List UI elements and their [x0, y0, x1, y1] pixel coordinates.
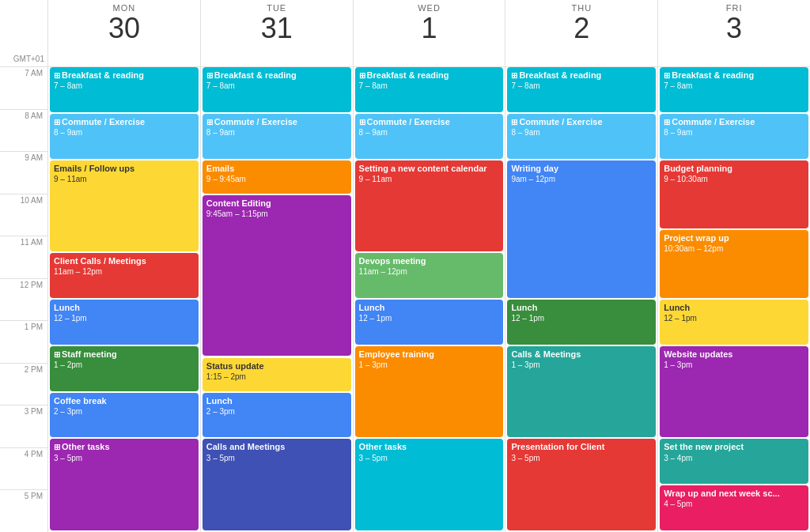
event-time: 8 – 9am: [54, 127, 195, 138]
calendar-event[interactable]: Emails / Follow ups9 – 11am: [50, 160, 199, 252]
event-time: 3 – 5pm: [206, 453, 347, 463]
gmt-label: GMT+01: [0, 0, 47, 66]
time-label: 3 PM: [0, 405, 47, 447]
calendar-event[interactable]: Wrap up and next week sc...4 – 5pm: [660, 485, 808, 530]
event-title: Client Calls / Meetings: [54, 255, 195, 266]
event-time: 2 – 3pm: [206, 406, 347, 417]
event-time: 3 – 5pm: [359, 453, 500, 463]
event-time: 1 – 3pm: [359, 360, 500, 370]
event-title: Budget planning: [664, 163, 804, 174]
calendar-event[interactable]: ⊞Other tasks3 – 5pm: [50, 439, 199, 530]
event-title: Calls and Meetings: [206, 441, 347, 452]
event-time: 3 – 4pm: [664, 453, 804, 463]
time-label: 11 AM: [0, 236, 47, 278]
calendar-event[interactable]: ⊞Commute / Exercise8 – 9am: [660, 114, 808, 159]
calendar-event[interactable]: ⊞Breakfast & reading7 – 8am: [355, 67, 504, 112]
calendar-event[interactable]: ⊞Commute / Exercise8 – 9am: [355, 114, 504, 159]
calendar-event[interactable]: ⊞Breakfast & reading7 – 8am: [202, 67, 351, 112]
event-time: 9am – 12pm: [511, 174, 652, 184]
calendar-event[interactable]: Calls & Meetings1 – 3pm: [507, 346, 656, 438]
day-col-fri: ⊞Breakfast & reading7 – 8am⊞Commute / Ex…: [657, 67, 810, 532]
event-icon: ⊞: [359, 118, 365, 126]
time-label: 1 PM: [0, 320, 47, 363]
calendar-event[interactable]: Other tasks3 – 5pm: [355, 439, 504, 530]
day-col-mon: ⊞Breakfast & reading7 – 8am⊞Commute / Ex…: [47, 67, 200, 532]
time-label: 5 PM: [0, 489, 47, 532]
event-title: Employee training: [359, 349, 500, 360]
event-icon: ⊞: [664, 71, 670, 80]
calendar-event[interactable]: Lunch12 – 1pm: [507, 300, 656, 345]
event-time: 7 – 8am: [206, 81, 347, 91]
event-icon: ⊞: [54, 443, 60, 451]
calendar-event[interactable]: ⊞Breakfast & reading7 – 8am: [50, 67, 199, 112]
day-col-thu: ⊞Breakfast & reading7 – 8am⊞Commute / Ex…: [505, 67, 657, 532]
event-title: Setting a new content calendar: [359, 163, 500, 174]
calendar-event[interactable]: Writing day9am – 12pm: [507, 160, 656, 298]
calendar-event[interactable]: Calls and Meetings3 – 5pm: [202, 439, 351, 530]
event-icon: ⊞: [359, 71, 365, 80]
calendar-event[interactable]: Devops meeting11am – 12pm: [355, 253, 504, 298]
time-label: 8 AM: [0, 109, 47, 152]
event-title: Emails: [206, 163, 347, 174]
event-title: Writing day: [511, 163, 652, 174]
event-title: Lunch: [359, 302, 500, 313]
calendar-event[interactable]: ⊞Commute / Exercise8 – 9am: [202, 114, 351, 159]
event-time: 9 – 9:45am: [206, 174, 347, 184]
event-time: 1 – 2pm: [54, 360, 195, 370]
event-title: Wrap up and next week sc...: [664, 488, 804, 499]
time-label: 9 AM: [0, 151, 47, 194]
calendar-event[interactable]: Set the new project3 – 4pm: [660, 439, 808, 484]
event-title: Status update: [206, 360, 347, 372]
calendar-event[interactable]: Content Editing9:45am – 1:15pm: [202, 195, 351, 357]
event-time: 11am – 12pm: [359, 266, 500, 277]
calendar-event[interactable]: Lunch12 – 1pm: [660, 300, 808, 345]
event-title: Lunch: [206, 395, 347, 406]
calendar-event[interactable]: ⊞Breakfast & reading7 – 8am: [507, 67, 656, 112]
time-label: 10 AM: [0, 194, 47, 236]
calendar-event[interactable]: ⊞Breakfast & reading7 – 8am: [660, 67, 808, 112]
calendar-event[interactable]: Lunch2 – 3pm: [202, 393, 351, 438]
event-title: Presentation for Client: [511, 441, 652, 452]
event-title: Lunch: [54, 302, 195, 313]
event-time: 7 – 8am: [359, 81, 500, 91]
calendar-event[interactable]: Status update1:15 – 2pm: [202, 358, 351, 391]
calendar-event[interactable]: Lunch12 – 1pm: [50, 300, 199, 345]
calendar-event[interactable]: Client Calls / Meetings11am – 12pm: [50, 253, 199, 298]
event-icon: ⊞: [54, 350, 60, 359]
event-time: 8 – 9am: [664, 127, 804, 138]
event-title: Coffee break: [54, 395, 195, 406]
day-header-fri: FRI 3: [657, 0, 810, 66]
event-time: 1:15 – 2pm: [206, 372, 347, 382]
event-time: 12 – 1pm: [54, 313, 195, 323]
day-header-wed: WED 1: [353, 0, 505, 66]
event-time: 1 – 3pm: [664, 360, 804, 370]
event-time: 8 – 9am: [511, 127, 652, 138]
calendar-event[interactable]: ⊞Commute / Exercise8 – 9am: [50, 114, 199, 159]
day-header-thu: THU 2: [505, 0, 657, 66]
calendar-event[interactable]: Presentation for Client3 – 5pm: [507, 439, 656, 530]
calendar-event[interactable]: Budget planning9 – 10:30am: [660, 160, 808, 228]
calendar-event[interactable]: Emails9 – 9:45am: [202, 160, 351, 194]
day-header-tue: TUE 31: [200, 0, 353, 66]
event-title: Devops meeting: [359, 255, 500, 266]
calendar-event[interactable]: Setting a new content calendar9 – 11am: [355, 160, 504, 252]
event-time: 1 – 3pm: [511, 360, 652, 370]
day-header-mon: MON 30: [47, 0, 200, 66]
calendar-event[interactable]: Project wrap up10:30am – 12pm: [660, 230, 808, 298]
event-time: 8 – 9am: [359, 127, 500, 138]
event-icon: ⊞: [206, 118, 213, 126]
event-title: Emails / Follow ups: [54, 163, 195, 174]
event-icon: ⊞: [664, 118, 670, 126]
calendar-event[interactable]: ⊞Staff meeting1 – 2pm: [50, 346, 199, 391]
day-col-wed: ⊞Breakfast & reading7 – 8am⊞Commute / Ex…: [353, 67, 505, 532]
time-label: 2 PM: [0, 363, 47, 406]
event-time: 12 – 1pm: [511, 313, 652, 323]
calendar-event[interactable]: ⊞Commute / Exercise8 – 9am: [507, 114, 656, 159]
event-time: 3 – 5pm: [54, 453, 195, 463]
event-time: 11am – 12pm: [54, 266, 195, 277]
calendar-event[interactable]: Lunch12 – 1pm: [355, 300, 504, 345]
calendar-event[interactable]: Website updates1 – 3pm: [660, 346, 808, 438]
event-title: Lunch: [511, 302, 652, 313]
calendar-event[interactable]: Employee training1 – 3pm: [355, 346, 504, 438]
calendar-event[interactable]: Coffee break2 – 3pm: [50, 393, 199, 438]
